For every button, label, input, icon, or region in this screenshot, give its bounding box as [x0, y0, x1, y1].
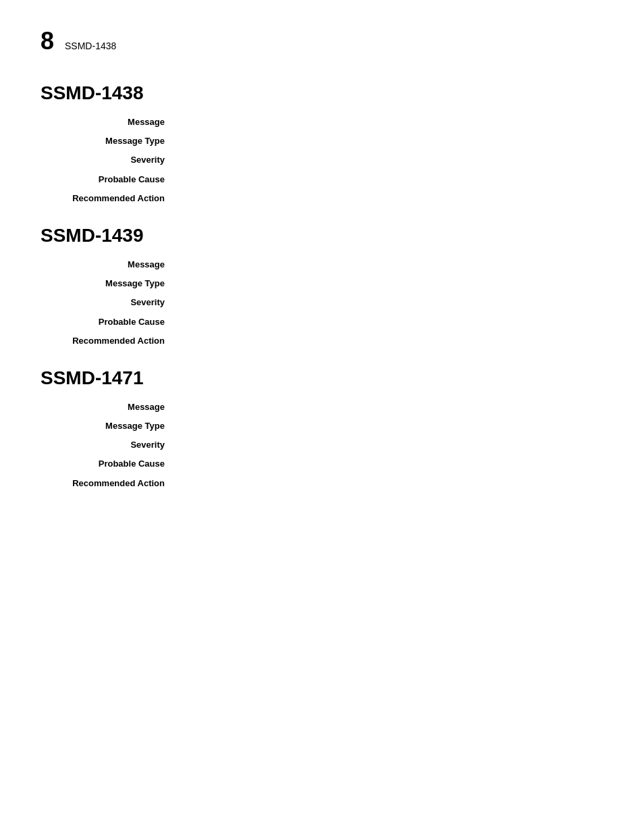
entry-ssmd-1439-field-row-2: Severity [41, 296, 644, 309]
entry-ssmd-1439-field-label-0: Message [41, 259, 176, 271]
entry-ssmd-1439-field-row-0: Message [41, 259, 644, 271]
entry-ssmd-1438-field-label-2: Severity [41, 154, 176, 166]
entry-ssmd-1471-field-row-1: Message Type [41, 420, 644, 432]
entry-ssmd-1438-field-label-0: Message [41, 116, 176, 128]
entry-ssmd-1471-field-row-0: Message [41, 401, 644, 413]
entry-ssmd-1438-field-label-1: Message Type [41, 135, 176, 147]
entry-ssmd-1471-title: SSMD-1471 [41, 367, 644, 389]
entry-ssmd-1471-field-label-2: Severity [41, 439, 176, 451]
entry-ssmd-1439-field-row-1: Message Type [41, 278, 644, 290]
entry-ssmd-1439-title: SSMD-1439 [41, 225, 644, 246]
page-header: 8 SSMD-1438 [41, 27, 644, 55]
page-header-title: SSMD-1438 [65, 41, 116, 51]
entry-ssmd-1471-field-label-4: Recommended Action [41, 477, 176, 490]
entry-ssmd-1439-field-row-3: Probable Cause [41, 316, 644, 328]
entries-container: SSMD-1438MessageMessage TypeSeverityProb… [41, 82, 644, 490]
entry-ssmd-1471-field-row-2: Severity [41, 439, 644, 451]
entry-ssmd-1471: SSMD-1471MessageMessage TypeSeverityProb… [41, 367, 644, 490]
entry-ssmd-1471-field-label-1: Message Type [41, 420, 176, 432]
entry-ssmd-1439: SSMD-1439MessageMessage TypeSeverityProb… [41, 225, 644, 347]
entry-ssmd-1438: SSMD-1438MessageMessage TypeSeverityProb… [41, 82, 644, 205]
entry-ssmd-1438-field-row-1: Message Type [41, 135, 644, 147]
entry-ssmd-1439-field-label-1: Message Type [41, 278, 176, 290]
entry-ssmd-1471-field-label-0: Message [41, 401, 176, 413]
entry-ssmd-1438-title: SSMD-1438 [41, 82, 644, 104]
entry-ssmd-1439-field-label-2: Severity [41, 296, 176, 309]
entry-ssmd-1438-field-row-0: Message [41, 116, 644, 128]
entry-ssmd-1439-field-label-3: Probable Cause [41, 316, 176, 328]
entry-ssmd-1471-field-row-4: Recommended Action [41, 477, 644, 490]
entry-ssmd-1439-field-label-4: Recommended Action [41, 335, 176, 347]
entry-ssmd-1438-field-row-3: Probable Cause [41, 174, 644, 186]
entry-ssmd-1438-field-label-4: Recommended Action [41, 192, 176, 205]
entry-ssmd-1438-field-row-2: Severity [41, 154, 644, 166]
page-number: 8 [41, 27, 54, 55]
entry-ssmd-1471-field-label-3: Probable Cause [41, 458, 176, 470]
entry-ssmd-1439-field-row-4: Recommended Action [41, 335, 644, 347]
entry-ssmd-1471-field-row-3: Probable Cause [41, 458, 644, 470]
entry-ssmd-1438-field-label-3: Probable Cause [41, 174, 176, 186]
entry-ssmd-1438-field-row-4: Recommended Action [41, 192, 644, 205]
